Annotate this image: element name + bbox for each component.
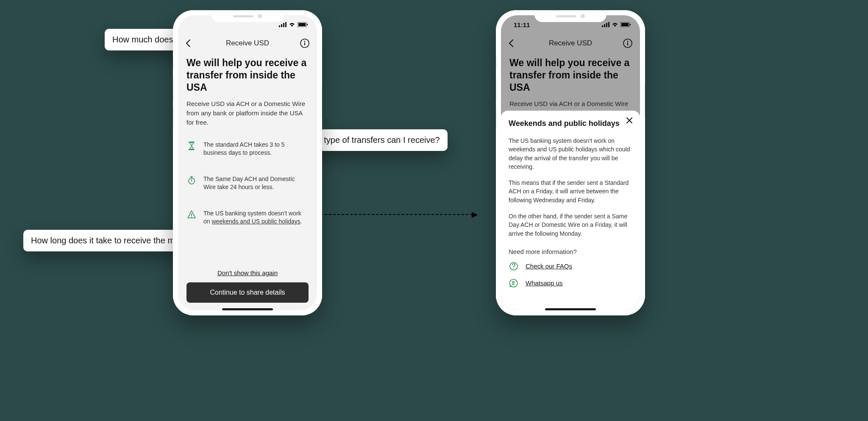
warning-icon — [186, 209, 197, 220]
svg-point-8 — [304, 41, 306, 42]
info-row-holidays: The US banking system doesn't work on we… — [186, 209, 309, 226]
svg-rect-20 — [606, 23, 607, 27]
faqs-link-label: Check our FAQs — [526, 262, 572, 270]
nav-bar: Receive USD — [501, 34, 640, 53]
nav-title: Receive USD — [226, 39, 269, 47]
bottom-sheet: Weekends and public holidays The US bank… — [501, 111, 640, 310]
svg-rect-9 — [304, 42, 305, 45]
svg-point-17 — [191, 216, 192, 217]
status-icons — [279, 22, 308, 27]
signal-icon — [279, 22, 287, 27]
home-indicator — [222, 308, 273, 310]
info-text-holidays: The US banking system doesn't work on we… — [203, 209, 309, 226]
nav-bar: Receive USD — [178, 34, 317, 53]
wifi-icon — [612, 22, 618, 27]
svg-rect-5 — [298, 23, 306, 26]
svg-rect-3 — [285, 22, 287, 27]
sheet-p3: On the other hand, if the sender sent a … — [509, 212, 632, 238]
svg-rect-13 — [190, 176, 193, 177]
back-icon[interactable] — [186, 39, 191, 47]
svg-rect-22 — [620, 22, 629, 27]
continue-button[interactable]: Continue to share details — [186, 282, 309, 303]
wifi-icon — [289, 22, 295, 27]
info-text-ach: The standard ACH takes 3 to 5 business d… — [203, 141, 309, 157]
bottom-actions: Don't show this again Continue to share … — [186, 269, 309, 303]
svg-point-26 — [627, 41, 629, 42]
hourglass-icon — [186, 141, 197, 151]
back-icon[interactable] — [509, 39, 514, 47]
nav-title: Receive USD — [549, 39, 592, 47]
page-subtitle: Receive USD via ACH or a Domestic Wire f… — [186, 99, 309, 127]
info-row-ach: The standard ACH takes 3 to 5 business d… — [186, 141, 309, 157]
faqs-row[interactable]: Check our FAQs — [509, 261, 632, 271]
status-icons — [602, 22, 631, 27]
info-row-sameday: The Same Day ACH and Domestic Wire take … — [186, 175, 309, 192]
info-icon[interactable] — [623, 39, 632, 48]
sheet-p2: This means that if the sender sent a Sta… — [509, 178, 632, 204]
battery-icon — [620, 22, 631, 27]
whatsapp-icon — [509, 278, 519, 288]
page-title: We will help you receive a transfer from… — [186, 57, 309, 93]
svg-rect-19 — [604, 24, 605, 27]
sheet-body: The US banking system doesn't work on we… — [509, 137, 632, 245]
svg-rect-1 — [281, 24, 282, 27]
svg-rect-0 — [279, 25, 280, 27]
svg-rect-27 — [627, 42, 628, 45]
phone-left: Receive USD We will help you receive a t… — [173, 10, 322, 315]
dont-show-link[interactable]: Don't show this again — [217, 269, 278, 276]
svg-point-25 — [623, 39, 632, 47]
phone-notch — [534, 10, 606, 22]
main-content: We will help you receive a transfer from… — [178, 53, 317, 310]
question-icon — [509, 261, 519, 271]
svg-point-29 — [513, 268, 514, 269]
svg-rect-23 — [621, 23, 629, 26]
close-icon[interactable] — [625, 116, 634, 125]
svg-rect-6 — [307, 24, 308, 25]
home-indicator — [545, 308, 596, 310]
svg-rect-2 — [283, 23, 284, 27]
svg-rect-24 — [630, 24, 631, 25]
sheet-title: Weekends and public holidays — [509, 119, 632, 128]
whatsapp-link-label: Whatsapp us — [526, 279, 563, 287]
phone-right: 11:11 Receive USD We will help you recei… — [496, 10, 645, 315]
svg-rect-18 — [602, 25, 603, 27]
signal-icon — [602, 22, 609, 27]
sheet-more-label: Need more information? — [509, 248, 632, 255]
sheet-p1: The US banking system doesn't work on we… — [509, 137, 632, 171]
phone-notch — [211, 10, 284, 22]
holidays-link[interactable]: weekends and US public holidays — [211, 218, 300, 225]
svg-point-30 — [512, 282, 515, 284]
page-title: We will help you receive a transfer from… — [509, 57, 632, 93]
svg-rect-21 — [608, 22, 609, 27]
battery-icon — [298, 22, 308, 27]
status-time: 11:11 — [514, 21, 530, 28]
stopwatch-icon — [186, 175, 197, 185]
info-icon[interactable] — [300, 39, 309, 48]
whatsapp-row[interactable]: Whatsapp us — [509, 278, 632, 288]
info-text-sameday: The Same Day ACH and Domestic Wire take … — [203, 175, 309, 192]
